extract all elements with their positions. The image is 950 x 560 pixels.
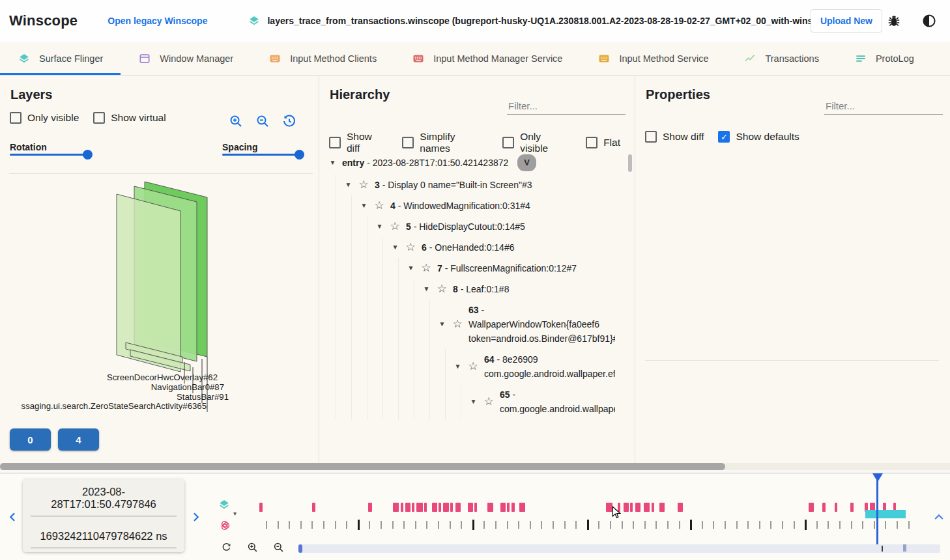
transition-tick[interactable] bbox=[335, 521, 336, 529]
sf-trace-mark[interactable] bbox=[405, 503, 410, 512]
transition-tick[interactable] bbox=[587, 520, 589, 530]
horizontal-scrollbar-thumb[interactable] bbox=[0, 463, 725, 470]
timeline-zoom-out-icon[interactable] bbox=[272, 541, 285, 553]
pin-star-icon[interactable]: ☆ bbox=[452, 318, 463, 330]
checkbox-box[interactable] bbox=[586, 137, 597, 148]
bug-report-icon[interactable] bbox=[886, 13, 902, 29]
tab-window-manager[interactable]: Window Manager bbox=[121, 42, 251, 75]
collapse-caret-icon[interactable]: ▼ bbox=[438, 317, 446, 331]
checkbox-only-visible[interactable]: Only visible bbox=[10, 112, 79, 124]
transition-tick[interactable] bbox=[610, 521, 611, 529]
pin-star-icon[interactable]: ☆ bbox=[358, 179, 369, 191]
transition-tick[interactable] bbox=[736, 521, 738, 529]
collapse-caret-icon[interactable]: ▼ bbox=[360, 199, 368, 213]
sf-trace-mark[interactable] bbox=[439, 503, 441, 512]
transition-tick[interactable] bbox=[782, 521, 783, 529]
timeline-cursor-head[interactable] bbox=[872, 473, 883, 482]
transition-tick[interactable] bbox=[759, 521, 760, 529]
transition-tick[interactable] bbox=[518, 521, 519, 529]
sf-trace-mark[interactable] bbox=[507, 503, 510, 512]
surface-flinger-trace-icon[interactable] bbox=[218, 498, 231, 511]
tree-node-8[interactable]: ▼☆8 - Leaf:0:1#8 bbox=[321, 279, 615, 300]
sf-trace-mark[interactable] bbox=[412, 503, 414, 512]
sf-trace-mark[interactable] bbox=[893, 503, 896, 512]
sf-trace-mark[interactable] bbox=[630, 503, 633, 512]
pin-star-icon[interactable]: ☆ bbox=[373, 200, 385, 212]
transition-tick[interactable] bbox=[770, 521, 771, 529]
transition-tick[interactable] bbox=[725, 521, 726, 529]
reset-view-icon[interactable] bbox=[281, 113, 297, 129]
transition-tick[interactable] bbox=[702, 521, 703, 529]
tree-node-64[interactable]: ▼☆64 - 8e26909 com.google.android.wallpa… bbox=[321, 349, 615, 384]
transition-tick[interactable] bbox=[655, 521, 657, 529]
open-legacy-link[interactable]: Open legacy Winscope bbox=[108, 16, 207, 26]
horizontal-scrollbar[interactable] bbox=[0, 463, 950, 470]
tree-node-65[interactable]: ▼☆65 - com.google.android.wallpaper.effe… bbox=[321, 384, 615, 419]
transition-tick[interactable] bbox=[541, 521, 542, 529]
zoom-out-icon[interactable] bbox=[255, 113, 270, 129]
checkbox-box[interactable] bbox=[645, 131, 657, 143]
spacing-slider-thumb[interactable] bbox=[295, 150, 304, 160]
sf-trace-mark[interactable] bbox=[644, 503, 650, 512]
transition-tick[interactable] bbox=[747, 521, 749, 529]
sf-trace-mark[interactable] bbox=[659, 503, 665, 512]
transition-tick[interactable] bbox=[575, 521, 577, 529]
sf-trace-mark[interactable] bbox=[678, 503, 683, 512]
timestamp-human-input[interactable]: 2023-08-28T17:01:50.4797846 bbox=[31, 486, 177, 516]
upload-new-button[interactable]: Upload New bbox=[811, 9, 882, 33]
transition-tick[interactable] bbox=[633, 521, 634, 529]
sf-trace-mark[interactable] bbox=[259, 503, 263, 512]
transition-tick[interactable] bbox=[908, 521, 910, 529]
transition-tick[interactable] bbox=[358, 520, 360, 530]
transition-tick[interactable] bbox=[483, 521, 485, 529]
sf-trace-mark[interactable] bbox=[393, 503, 399, 512]
transition-tick[interactable] bbox=[794, 521, 795, 529]
sf-trace-mark[interactable] bbox=[312, 503, 315, 512]
sf-trace-mark[interactable] bbox=[883, 503, 886, 512]
checkbox-box[interactable] bbox=[10, 112, 22, 124]
collapse-caret-icon[interactable]: ▼ bbox=[422, 282, 431, 296]
transition-tick[interactable] bbox=[690, 520, 692, 530]
checkbox-box[interactable] bbox=[402, 137, 414, 148]
checkbox-show-diff[interactable]: Show diff bbox=[645, 131, 704, 143]
transition-tick[interactable] bbox=[507, 521, 508, 529]
transition-tick[interactable] bbox=[839, 521, 841, 529]
timestamp-ns-input[interactable]: 1693242110479784622 ns bbox=[31, 530, 177, 548]
transition-tick[interactable] bbox=[300, 521, 302, 529]
pin-star-icon[interactable]: ☆ bbox=[389, 221, 401, 232]
zoom-range-thumb[interactable] bbox=[298, 544, 302, 553]
checkbox-show-virtual[interactable]: Show virtual bbox=[93, 112, 166, 124]
sf-trace-mark[interactable] bbox=[850, 503, 854, 512]
sf-trace-mark[interactable] bbox=[519, 503, 525, 512]
transition-tick[interactable] bbox=[530, 521, 531, 529]
tree-node-4[interactable]: ▼☆4 - WindowedMagnification:0:31#4 bbox=[321, 195, 615, 216]
refresh-icon[interactable] bbox=[220, 541, 233, 553]
sf-trace-mark[interactable] bbox=[401, 503, 403, 512]
sf-trace-mark[interactable] bbox=[822, 503, 826, 512]
tab-input-method-service[interactable]: Input Method Service bbox=[580, 42, 726, 75]
timeline-cursor[interactable] bbox=[876, 473, 878, 551]
tab-protolog[interactable]: ProtoLog bbox=[837, 42, 932, 75]
timeline-zoom-in-icon[interactable] bbox=[246, 541, 259, 553]
collapse-timeline-icon[interactable] bbox=[932, 511, 945, 524]
transition-tick[interactable] bbox=[426, 521, 427, 529]
sf-trace-mark[interactable] bbox=[455, 503, 461, 512]
collapse-caret-icon[interactable]: ▼ bbox=[344, 178, 353, 192]
transition-tick[interactable] bbox=[323, 521, 324, 529]
transition-tick[interactable] bbox=[851, 521, 852, 529]
transition-tick[interactable] bbox=[622, 521, 623, 529]
transition-tick[interactable] bbox=[885, 521, 886, 529]
sf-trace-mark[interactable] bbox=[468, 503, 473, 512]
transition-tick[interactable] bbox=[381, 521, 382, 529]
zoom-range-slider[interactable] bbox=[298, 544, 940, 553]
tab-input-method-clients[interactable]: Input Method Clients bbox=[251, 42, 394, 75]
sf-trace-mark[interactable] bbox=[511, 503, 515, 512]
transition-tick[interactable] bbox=[679, 521, 680, 529]
collapse-caret-icon[interactable]: ▼ bbox=[375, 219, 384, 234]
pin-star-icon[interactable]: ☆ bbox=[467, 361, 479, 372]
rotation-slider[interactable] bbox=[10, 154, 88, 156]
tree-node-entry[interactable]: ▼entry - 2023-08-28T17:01:50.421423872V bbox=[321, 151, 615, 175]
hierarchy-scrollbar[interactable] bbox=[628, 154, 632, 172]
transition-tick[interactable] bbox=[346, 521, 347, 529]
tab-input-method-manager-service[interactable]: Input Method Manager Service bbox=[394, 42, 580, 75]
